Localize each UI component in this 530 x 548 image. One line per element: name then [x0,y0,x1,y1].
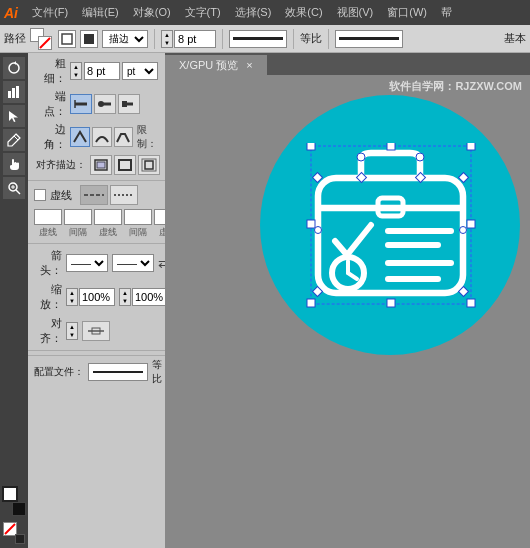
main-area: 粗细： ▲ ▼ pt 端点： [0,53,530,548]
weight-input[interactable] [84,62,120,80]
config-section: 配置文件： 等比 ▼ ‹ › [28,355,165,388]
stroke-type-select[interactable]: 描边 [102,30,148,48]
stroke-square-icon[interactable] [58,30,76,48]
dash-line-select[interactable] [229,30,287,48]
hand-tool-btn[interactable] [3,153,25,175]
gap-cell-1: 间隔 [64,209,92,239]
weight-unit-select[interactable]: pt [122,62,158,80]
scale-start-down[interactable]: ▼ [67,297,77,305]
stroke-fill-icon[interactable] [80,30,98,48]
scale-row: 缩放： ▲ ▼ ▲ ▼ ⊙ [28,280,165,314]
chart-tool-btn[interactable] [3,81,25,103]
svg-line-12 [5,524,15,534]
menu-edit[interactable]: 编辑(E) [76,3,125,22]
limit-label: 限制： [137,123,164,151]
selection-tool-btn[interactable] [3,105,25,127]
scale-start-up[interactable]: ▲ [67,289,77,297]
dash-input-1[interactable] [34,209,62,225]
dash-input-2[interactable] [94,209,122,225]
arrow-start-select[interactable]: —— [66,254,108,272]
stroke-weight-control: ▲ ▼ pt [70,62,159,80]
dashes-checkbox[interactable] [34,189,46,201]
align-option-icon[interactable] [82,321,110,341]
svg-rect-39 [307,143,315,150]
arrow-end-select[interactable]: —— [112,254,154,272]
scale-end-spinner[interactable]: ▲ ▼ [119,288,131,306]
swatch-none-icon[interactable] [3,522,25,544]
dash-cell-1: 虚线 [34,209,62,239]
gap-input-2[interactable] [124,209,152,225]
watermark-text: 软件自学网：RJZXW.COM [389,79,522,94]
menu-select[interactable]: 选择(S) [229,3,278,22]
menu-view[interactable]: 视图(V) [331,3,380,22]
menu-effect[interactable]: 效果(C) [279,3,328,22]
dash-line-right[interactable] [335,30,403,48]
dashes-label: 虚线 [50,188,72,203]
align-stroke-control [90,155,160,175]
stroke-weight-row: 粗细： ▲ ▼ pt [34,56,159,86]
align-outside-btn[interactable] [138,155,160,175]
divider3 [293,29,294,49]
align-center-btn[interactable] [114,155,136,175]
endpoint-flat-btn[interactable] [70,94,92,114]
pen-tool-btn[interactable] [3,129,25,151]
scale-start-input[interactable] [79,288,115,306]
zoom-tool-btn[interactable] [3,177,25,199]
tab-close-btn[interactable]: × [242,59,256,71]
svg-point-16 [98,101,104,107]
menu-text[interactable]: 文字(T) [179,3,227,22]
scale-end-ctrl: ▲ ▼ [119,288,168,306]
stroke-width-spinner[interactable]: ▲ ▼ [161,30,173,48]
weight-spinner-up[interactable]: ▲ [71,63,81,71]
menu-window[interactable]: 窗口(W) [381,3,433,22]
spinner-down[interactable]: ▼ [162,39,172,47]
gap-input-1[interactable] [64,209,92,225]
dashes-section-title: 虚线 [28,183,165,207]
divider1 [154,29,155,49]
path-label: 路径 [4,31,26,46]
corner-round-btn[interactable] [92,127,112,147]
stroke-swatch[interactable] [12,502,26,516]
scale-end-up[interactable]: ▲ [120,289,130,297]
fill-swatch[interactable] [2,486,18,502]
menu-help[interactable]: 帮 [435,3,458,22]
corner-bevel-btn[interactable] [114,127,134,147]
align-stroke-row: 对齐描边： [34,155,159,175]
align-inside-btn[interactable] [90,155,112,175]
align-spinner-up[interactable]: ▲ [67,323,77,331]
ratio-label: 等比 [300,31,322,46]
scale-end-input[interactable] [132,288,168,306]
scale-end-down[interactable]: ▼ [120,297,130,305]
dashes-style-btn1[interactable] [80,185,108,205]
svg-rect-46 [467,299,475,307]
weight-spinner[interactable]: ▲ ▼ [70,62,82,80]
stroke-width-input[interactable] [174,30,216,48]
svg-rect-6 [16,86,19,98]
corner-miter-btn[interactable] [70,127,90,147]
svg-rect-40 [387,143,395,150]
menu-file[interactable]: 文件(F) [26,3,74,22]
dashes-type-btns [80,185,138,205]
endpoint-row: 端点： [34,89,159,119]
rotate-tool-btn[interactable] [3,57,25,79]
svg-rect-22 [145,161,153,169]
menu-object[interactable]: 对象(O) [127,3,177,22]
gap-label-1: 间隔 [69,226,87,239]
endpoint-square-btn[interactable] [118,94,140,114]
config-label: 配置文件： [34,365,84,379]
corner-label: 边角： [34,122,66,152]
color-swatch-area[interactable] [2,486,26,516]
endpoint-round-btn[interactable] [94,94,116,114]
weight-spinner-down[interactable]: ▼ [71,71,81,79]
scale-start-spinner[interactable]: ▲ ▼ [66,288,78,306]
svg-rect-1 [62,34,72,44]
tab-gpu-preview[interactable]: X/GPU 预览 × [165,55,268,75]
config-dash-preview[interactable] [88,363,148,381]
spinner-up[interactable]: ▲ [162,31,172,39]
align-spinner[interactable]: ▲ ▼ [66,322,78,340]
stroke-color-icon[interactable] [30,28,52,50]
align-spinner-down[interactable]: ▼ [67,331,77,339]
canvas-content: 软件自学网：RJZXW.COM [165,75,530,548]
svg-rect-52 [458,172,468,182]
dashes-style-btn2[interactable] [110,185,138,205]
